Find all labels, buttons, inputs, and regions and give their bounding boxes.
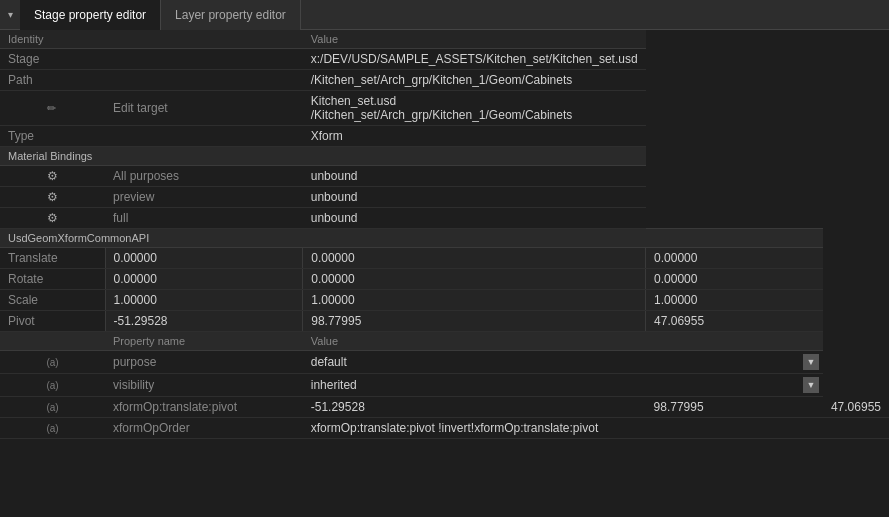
type-value: Xform xyxy=(303,126,646,147)
gear-icon-full[interactable]: ⚙ xyxy=(0,208,105,229)
gear-icon-all[interactable]: ⚙ xyxy=(0,166,105,187)
visibility-dropdown-arrow[interactable]: ▼ xyxy=(803,377,819,393)
purpose-dropdown-arrow[interactable]: ▼ xyxy=(803,354,819,370)
prop-header-tag xyxy=(0,332,105,351)
xform-tp-v3: 47.06955 xyxy=(823,397,889,418)
app-container: ▾ Stage property editor Layer property e… xyxy=(0,0,889,439)
gear-preview-icon: ⚙ xyxy=(47,190,58,204)
mat-all-label: All purposes xyxy=(105,166,303,187)
scale-v1[interactable]: 1.00000 xyxy=(105,290,303,311)
mat-full-row: ⚙ full unbound xyxy=(0,208,889,229)
xform-tp-v2: 98.77995 xyxy=(646,397,823,418)
translate-v2[interactable]: 0.00000 xyxy=(303,248,646,269)
stage-value: x:/DEV/USD/SAMPLE_ASSETS/Kitchen_set/Kit… xyxy=(303,49,646,70)
mat-all-value: unbound xyxy=(303,166,646,187)
material-section-header: Material Bindings xyxy=(0,147,889,166)
purpose-value: default xyxy=(303,351,646,374)
pivot-row: Pivot -51.29528 98.77995 47.06955 xyxy=(0,311,889,332)
mat-preview-value: unbound xyxy=(303,187,646,208)
edit-target-label: Edit target xyxy=(105,91,303,126)
tab-layer[interactable]: Layer property editor xyxy=(161,0,301,30)
pivot-label: Pivot xyxy=(0,311,105,332)
xform-translate-pivot-row: (a) xformOp:translate:pivot -51.29528 98… xyxy=(0,397,889,418)
path-value: /Kitchen_set/Arch_grp/Kitchen_1/Geom/Cab… xyxy=(303,70,646,91)
pivot-v1[interactable]: -51.29528 xyxy=(105,311,303,332)
property-table: Identity Value Stage x:/DEV/USD/SAMPLE_A… xyxy=(0,30,889,439)
tab-arrow[interactable]: ▾ xyxy=(0,0,20,30)
xform-tp-tag: (a) xyxy=(0,397,105,418)
scale-v3[interactable]: 1.00000 xyxy=(646,290,823,311)
purpose-name: purpose xyxy=(105,351,303,374)
type-row: Type Xform xyxy=(0,126,889,147)
stage-label: Stage xyxy=(0,49,303,70)
rotate-v1[interactable]: 0.00000 xyxy=(105,269,303,290)
mat-preview-label: preview xyxy=(105,187,303,208)
pencil-icon-cell: ✏ xyxy=(0,91,105,126)
tab-bar: ▾ Stage property editor Layer property e… xyxy=(0,0,889,30)
tab-stage-label: Stage property editor xyxy=(34,8,146,22)
translate-v3[interactable]: 0.00000 xyxy=(646,248,823,269)
rotate-row: Rotate 0.00000 0.00000 0.00000 xyxy=(0,269,889,290)
gear-full-icon: ⚙ xyxy=(47,211,58,225)
rotate-label: Rotate xyxy=(0,269,105,290)
pencil-icon: ✏ xyxy=(47,102,56,115)
xform-order-tag: (a) xyxy=(0,418,105,439)
gear-icon-preview[interactable]: ⚙ xyxy=(0,187,105,208)
xform-tp-name: xformOp:translate:pivot xyxy=(105,397,303,418)
purpose-tag: (a) xyxy=(0,351,105,374)
scale-label: Scale xyxy=(0,290,105,311)
scale-row: Scale 1.00000 1.00000 1.00000 xyxy=(0,290,889,311)
xform-order-value: xformOp:translate:pivot !invert!xformOp:… xyxy=(303,418,889,439)
mat-full-label: full xyxy=(105,208,303,229)
xform-op-order-row: (a) xformOpOrder xformOp:translate:pivot… xyxy=(0,418,889,439)
xform-order-name: xformOpOrder xyxy=(105,418,303,439)
visibility-row: (a) visibility inherited ▼ xyxy=(0,374,889,397)
prop-section-header: Property name Value xyxy=(0,332,889,351)
visibility-value: inherited xyxy=(303,374,646,397)
identity-col1: Identity xyxy=(0,30,303,49)
prop-header-value: Value xyxy=(303,332,823,351)
identity-header-row: Identity Value xyxy=(0,30,889,49)
tab-stage[interactable]: Stage property editor xyxy=(20,0,161,30)
mat-all-purposes-row: ⚙ All purposes unbound xyxy=(0,166,889,187)
type-label: Type xyxy=(0,126,303,147)
xform-section-header: UsdGeomXformCommonAPI xyxy=(0,229,889,248)
prop-header-name: Property name xyxy=(105,332,303,351)
rotate-v2[interactable]: 0.00000 xyxy=(303,269,646,290)
tab-layer-label: Layer property editor xyxy=(175,8,286,22)
tab-arrow-icon: ▾ xyxy=(8,9,13,20)
edit-target-row: ✏ Edit target Kitchen_set.usd /Kitchen_s… xyxy=(0,91,889,126)
mat-full-value: unbound xyxy=(303,208,646,229)
mat-preview-row: ⚙ preview unbound xyxy=(0,187,889,208)
visibility-name: visibility xyxy=(105,374,303,397)
edit-target-value: Kitchen_set.usd /Kitchen_set/Arch_grp/Ki… xyxy=(303,91,646,126)
gear-all-icon: ⚙ xyxy=(47,169,58,183)
purpose-dropdown[interactable]: ▼ xyxy=(646,351,823,374)
pivot-v3[interactable]: 47.06955 xyxy=(646,311,823,332)
translate-row: Translate 0.00000 0.00000 0.00000 xyxy=(0,248,889,269)
visibility-tag: (a) xyxy=(0,374,105,397)
rotate-v3[interactable]: 0.00000 xyxy=(646,269,823,290)
path-label: Path xyxy=(0,70,303,91)
purpose-row: (a) purpose default ▼ xyxy=(0,351,889,374)
stage-row: Stage x:/DEV/USD/SAMPLE_ASSETS/Kitchen_s… xyxy=(0,49,889,70)
xform-tp-v1: -51.29528 xyxy=(303,397,646,418)
pivot-v2[interactable]: 98.77995 xyxy=(303,311,646,332)
scale-v2[interactable]: 1.00000 xyxy=(303,290,646,311)
path-row: Path /Kitchen_set/Arch_grp/Kitchen_1/Geo… xyxy=(0,70,889,91)
translate-v1[interactable]: 0.00000 xyxy=(105,248,303,269)
value-col: Value xyxy=(303,30,646,49)
visibility-dropdown[interactable]: ▼ xyxy=(646,374,823,397)
material-header-label: Material Bindings xyxy=(0,147,646,166)
xform-header-label: UsdGeomXformCommonAPI xyxy=(0,229,823,248)
translate-label: Translate xyxy=(0,248,105,269)
